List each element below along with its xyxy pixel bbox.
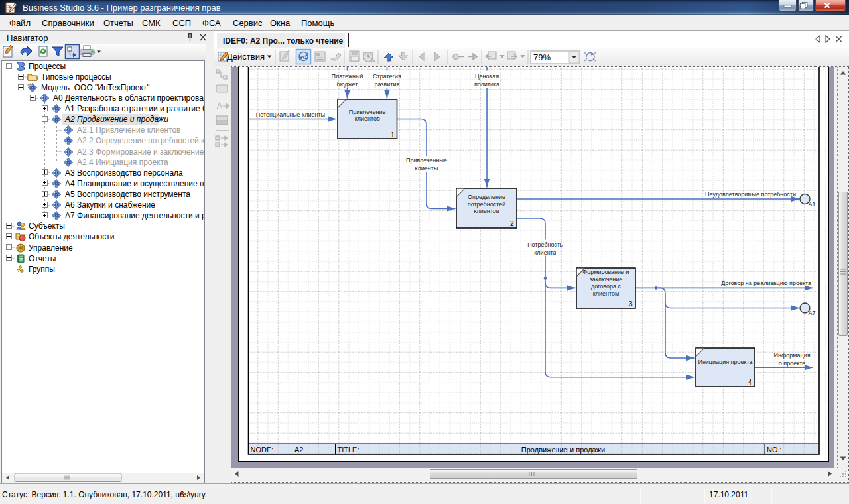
svg-text:Потребность: Потребность	[527, 241, 563, 248]
svg-text:потребностей: потребностей	[468, 201, 505, 208]
svg-text:развития: развития	[374, 81, 399, 88]
svg-text:клиенты: клиенты	[415, 165, 438, 172]
svg-text:политика: политика	[474, 81, 499, 88]
svg-text:Формирование и: Формирование и	[582, 269, 629, 275]
svg-text:NO.:: NO.:	[767, 446, 782, 454]
svg-text:клиентов: клиентов	[355, 115, 380, 122]
svg-text:Привлечение: Привлечение	[349, 109, 386, 115]
svg-text:бюджет: бюджет	[337, 81, 358, 88]
svg-text:Ценовая: Ценовая	[475, 73, 499, 80]
svg-text:Потенциальные клиенты: Потенциальные клиенты	[256, 111, 325, 118]
svg-text:NODE:: NODE:	[251, 446, 274, 454]
svg-text:4: 4	[748, 379, 752, 386]
svg-text:A1: A1	[301, 54, 308, 60]
svg-text:A2: A2	[294, 446, 303, 454]
svg-text:Продвижение и продажи: Продвижение и продажи	[521, 446, 605, 454]
svg-text:клиентом: клиентом	[593, 290, 620, 297]
svg-text:A1: A1	[809, 201, 816, 208]
svg-text:Привлеченные: Привлеченные	[406, 157, 447, 164]
svg-text:клиентов: клиентов	[474, 208, 499, 214]
svg-text:договора с: договора с	[591, 283, 621, 290]
svg-text:Договор на реализацию проекта: Договор на реализацию проекта	[721, 280, 811, 286]
svg-text:клиента: клиента	[534, 249, 556, 256]
svg-text:TITLE:: TITLE:	[338, 446, 359, 454]
svg-text:Определение: Определение	[468, 194, 505, 200]
svg-text:Неудовлетворимые потребности: Неудовлетворимые потребности	[705, 191, 796, 198]
svg-text:заключение: заключение	[590, 276, 623, 283]
svg-text:о проекте: о проекте	[779, 360, 805, 367]
svg-text:79%: 79%	[533, 52, 551, 62]
svg-text:2: 2	[510, 220, 514, 227]
svg-text:Действия: Действия	[227, 52, 265, 62]
svg-text:Информация: Информация	[773, 352, 810, 359]
svg-text:1: 1	[391, 131, 395, 139]
svg-text:Инициация проекта: Инициация проекта	[698, 359, 752, 365]
svg-text:A7: A7	[809, 310, 816, 316]
svg-text:3: 3	[629, 300, 633, 308]
svg-text:Платежный: Платежный	[332, 73, 363, 80]
svg-text:Стратегия: Стратегия	[373, 73, 401, 80]
